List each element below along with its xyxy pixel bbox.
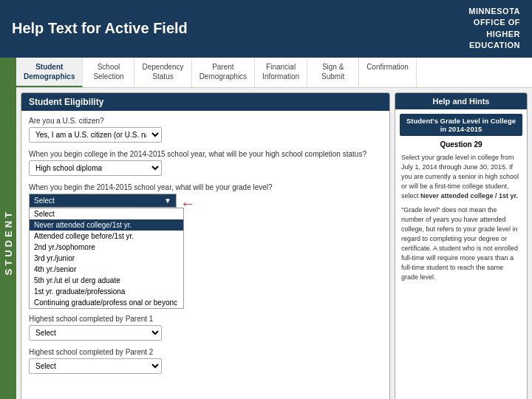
form-question-parent2-hs: Highest school completed by Parent 2Sele… (29, 348, 382, 374)
tab-sign-submit[interactable]: Sign &Submit (307, 58, 359, 87)
help-highlight: Student's Grade Level in College in 2014… (400, 114, 522, 136)
help-panel: Help and Hints Student's Grade Level in … (395, 92, 528, 399)
form-question-parent1-hs: Highest school completed by Parent 1Sele… (29, 315, 382, 341)
form-question-grade-level: When you begin the 2014-2015 school year… (29, 183, 382, 208)
question-label-grade-level: When you begin the 2014-2015 school year… (29, 183, 382, 191)
tab-confirmation[interactable]: Confirmation (359, 58, 417, 87)
select-parent2-hs[interactable]: Select (29, 358, 162, 374)
mn-logo: Minnesota Office of Higher Education (468, 6, 520, 52)
dropdown-option-2[interactable]: Attended college before/1st yr. (30, 231, 183, 242)
dropdown-option-6[interactable]: 5th yr./ut el ur derg aduate (30, 275, 183, 286)
question-label-citizenship: Are you a U.S. citizen? (29, 117, 382, 125)
dropdown-option-4[interactable]: 3rd yr./junior (30, 253, 183, 264)
dropdown-option-5[interactable]: 4th yr./senior (30, 264, 183, 275)
dropdown-selected-grade-level[interactable]: Select ▼ (29, 194, 177, 208)
dropdown-option-3[interactable]: 2nd yr./sophomore (30, 242, 183, 253)
dropdown-option-8[interactable]: Continuing graduate/profess onal or beyo… (30, 297, 183, 308)
form-question-citizenship: Are you a U.S. citizen?Yes, I am a U.S. … (29, 117, 382, 143)
tab-parent-demographics[interactable]: ParentDemographics (192, 58, 255, 87)
form-question-hs-completion: When you begin college in the 2014-2015 … (29, 150, 382, 176)
page-title: Help Text for Active Field (12, 20, 188, 37)
select-citizenship[interactable]: Yes, I am a U.S. citizen (or U.S. nation… (29, 127, 162, 143)
dropdown-grade-level[interactable]: Select ▼SelectNever attended college/1st… (29, 194, 177, 208)
navigation-tabs: StudentDemographicsSchoolSelectionDepend… (16, 58, 532, 88)
question-label-parent2-hs: Highest school completed by Parent 2 (29, 348, 382, 356)
page-header: Help Text for Active Field Minnesota Off… (0, 0, 532, 58)
help-title: Help and Hints (395, 93, 527, 109)
help-paragraph: "Grade level" does not mean the number o… (401, 205, 521, 282)
tab-student-demographics[interactable]: StudentDemographics (16, 58, 83, 87)
form-section: Student Eligibility Are you a U.S. citiz… (21, 92, 390, 399)
dropdown-option-1[interactable]: Never attended college/1st yr. (30, 219, 183, 231)
select-parent1-hs[interactable]: Select (29, 325, 162, 341)
question-label-parent1-hs: Highest school completed by Parent 1 (29, 315, 382, 323)
student-label: STUDENT (0, 58, 16, 399)
help-question-ref: Question 29 (395, 140, 527, 149)
select-hs-completion[interactable]: High school diploma (29, 160, 162, 176)
tab-dependency-status[interactable]: DependencyStatus (134, 58, 191, 87)
dropdown-list-grade-level: SelectNever attended college/1st yr.Atte… (29, 208, 184, 309)
dropdown-option-0[interactable]: Select (30, 208, 183, 219)
help-paragraph: Select your grade level in college from … (401, 153, 521, 201)
form-body: Are you a U.S. citizen?Yes, I am a U.S. … (21, 111, 389, 387)
dropdown-option-7[interactable]: 1st yr. graduate/professiona (30, 286, 183, 297)
question-label-hs-completion: When you begin college in the 2014-2015 … (29, 150, 382, 158)
tab-financial-information[interactable]: FinancialInformation (255, 58, 307, 87)
form-section-title: Student Eligibility (21, 93, 389, 111)
help-body: Select your grade level in college from … (395, 150, 527, 290)
tab-school-selection[interactable]: SchoolSelection (83, 58, 134, 87)
